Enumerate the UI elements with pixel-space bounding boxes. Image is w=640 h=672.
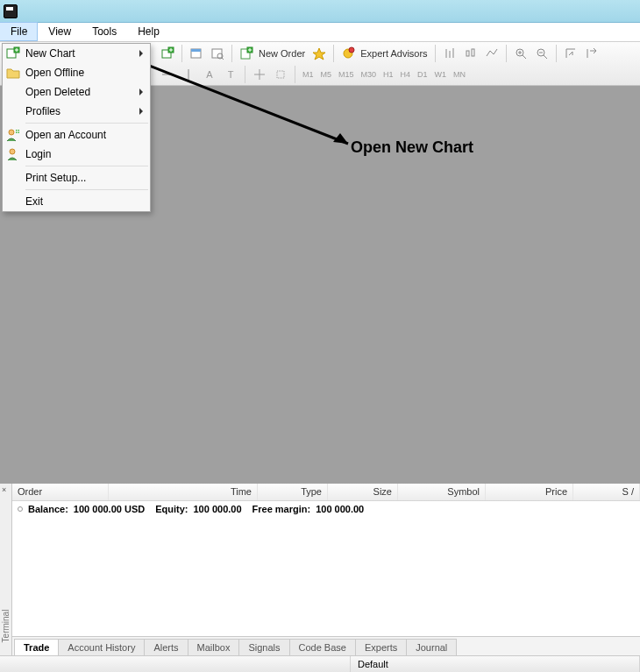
vertical-line-icon[interactable] — [179, 65, 198, 84]
timeframe-m15[interactable]: M15 — [336, 70, 357, 79]
toolbar-separator — [435, 45, 436, 62]
menu-tools[interactable]: Tools — [82, 23, 127, 41]
menu-open-offline[interactable]: Open Offline — [3, 63, 150, 82]
shift-icon[interactable] — [582, 44, 601, 63]
menu-item-label: Open an Account — [25, 129, 106, 141]
cursor-icon[interactable] — [271, 65, 290, 84]
menu-item-label: Print Setup... — [25, 172, 86, 184]
menu-bar: File View Tools Help — [0, 23, 640, 42]
timeframe-m5[interactable]: M5 — [318, 70, 335, 79]
crosshair-icon[interactable] — [250, 65, 269, 84]
menu-item-label: Exit — [25, 195, 43, 208]
scroll-icon[interactable] — [561, 44, 580, 63]
col-symbol[interactable]: Symbol — [398, 484, 486, 500]
menu-separator — [25, 166, 148, 166]
free-margin-label: Free margin: — [252, 504, 311, 514]
menu-open-deleted[interactable]: Open Deleted — [3, 82, 150, 102]
tab-journal[interactable]: Journal — [406, 639, 457, 655]
svg-point-42 — [10, 149, 15, 154]
menu-open-account[interactable]: Open an Account — [3, 125, 150, 145]
menu-file[interactable]: File — [0, 22, 38, 41]
market-watch-icon[interactable] — [208, 44, 227, 63]
col-sl[interactable]: S / — [573, 484, 640, 500]
folder-icon — [6, 66, 20, 80]
timeframe-h4[interactable]: H4 — [398, 70, 414, 79]
equity-label: Equity: — [155, 504, 188, 514]
tab-experts[interactable]: Experts — [355, 639, 406, 655]
new-order-icon[interactable] — [237, 44, 256, 63]
zoom-out-icon[interactable] — [532, 44, 551, 63]
menu-item-label: New Chart — [25, 47, 75, 60]
expert-advisors-icon[interactable] — [338, 44, 358, 63]
tab-account-history[interactable]: Account History — [58, 639, 144, 655]
file-dropdown: New Chart Open Offline Open Deleted Prof… — [2, 43, 151, 212]
tab-trade[interactable]: Trade — [14, 639, 58, 655]
balance-row[interactable]: Balance: 100 000.00 USD Equity: 100 000.… — [12, 501, 640, 517]
new-order-label[interactable]: New Order — [258, 48, 308, 59]
timeframe-m30[interactable]: M30 — [359, 70, 380, 79]
tab-code-base[interactable]: Code Base — [289, 639, 355, 655]
svg-point-38 — [9, 130, 14, 135]
menu-new-chart[interactable]: New Chart — [3, 44, 150, 63]
timeframe-w1[interactable]: W1 — [432, 70, 450, 79]
submenu-arrow-icon — [139, 108, 143, 115]
menu-view[interactable]: View — [38, 23, 82, 41]
tab-mailbox[interactable]: Mailbox — [188, 639, 239, 655]
col-order[interactable]: Order — [12, 484, 109, 500]
toolbar-separator — [333, 45, 334, 62]
terminal-side-label: Terminal — [1, 610, 11, 643]
candle-chart-icon[interactable] — [461, 44, 480, 63]
timeframe-d1[interactable]: D1 — [415, 70, 430, 79]
timeframe-h1[interactable]: H1 — [380, 70, 396, 79]
free-margin-value: 100 000.00 — [316, 504, 364, 514]
toolbar-separator — [506, 45, 507, 62]
menu-profiles[interactable]: Profiles — [3, 102, 150, 121]
col-type[interactable]: Type — [258, 484, 328, 500]
menu-separator — [25, 123, 148, 124]
profile-icon[interactable] — [187, 44, 206, 63]
menu-print-setup[interactable]: Print Setup... — [3, 168, 150, 187]
autotrading-icon[interactable] — [309, 44, 329, 63]
tab-alerts[interactable]: Alerts — [144, 639, 187, 655]
text-icon[interactable]: A — [200, 65, 219, 84]
balance-value: 100 000.00 USD — [74, 504, 145, 514]
terminal-panel: × Terminal Order Time Type Size Symbol P… — [0, 483, 640, 655]
person-icon — [6, 147, 20, 161]
annotation-label: Open New Chart — [351, 138, 473, 157]
status-help — [0, 656, 351, 672]
status-bar: Default — [0, 655, 640, 672]
app-icon — [4, 4, 18, 18]
balance-label: Balance: — [28, 504, 68, 514]
row-bullet-icon — [18, 506, 23, 512]
horizontal-line-icon[interactable] — [158, 65, 177, 84]
bar-chart-icon[interactable] — [440, 44, 459, 63]
col-time[interactable]: Time — [109, 484, 258, 500]
menu-exit[interactable]: Exit — [3, 192, 150, 211]
terminal-sidebar: × Terminal — [0, 484, 12, 655]
tab-signals[interactable]: Signals — [238, 639, 288, 655]
timeframe-mn[interactable]: MN — [451, 70, 468, 79]
col-price[interactable]: Price — [486, 484, 573, 500]
new-chart-icon — [6, 46, 20, 60]
close-icon[interactable]: × — [2, 485, 6, 494]
zoom-in-icon[interactable] — [511, 44, 530, 63]
menu-login[interactable]: Login — [3, 145, 150, 164]
menu-item-label: Profiles — [25, 105, 60, 117]
menu-help[interactable]: Help — [127, 23, 170, 41]
toolbar-separator — [295, 66, 295, 83]
svg-marker-13 — [313, 48, 325, 60]
line-chart-icon[interactable] — [482, 44, 501, 63]
submenu-arrow-icon — [139, 88, 143, 95]
svg-point-15 — [349, 47, 354, 53]
menu-item-label: Login — [25, 148, 51, 160]
toolbar-separator — [181, 45, 182, 62]
new-chart-toolbar-icon[interactable] — [158, 44, 177, 63]
title-bar — [0, 0, 640, 23]
svg-rect-33 — [277, 71, 284, 78]
svg-rect-19 — [466, 51, 469, 56]
svg-line-22 — [523, 55, 526, 59]
timeframe-m1[interactable]: M1 — [300, 70, 316, 79]
col-size[interactable]: Size — [328, 484, 398, 500]
expert-advisors-label[interactable]: Expert Advisors — [359, 48, 430, 59]
text-label-icon[interactable]: T — [221, 65, 240, 84]
